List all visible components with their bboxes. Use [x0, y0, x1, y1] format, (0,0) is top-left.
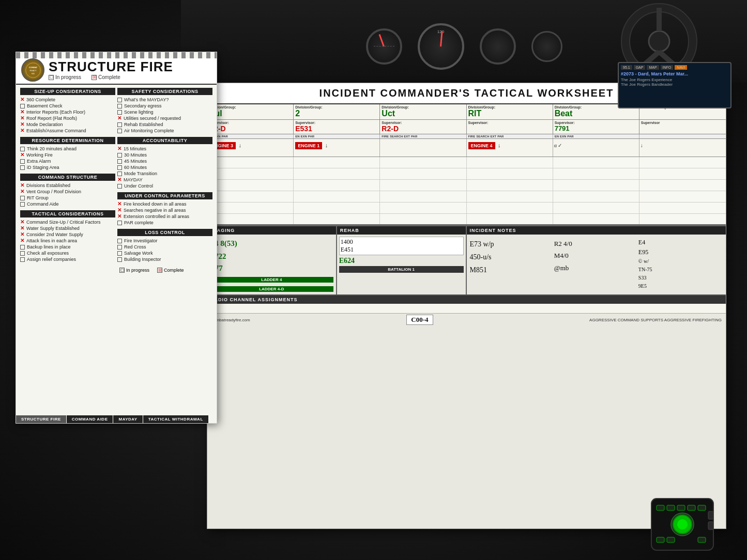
supervisor-row: Supervisor: R2-D Supervisor: E531 Superv…: [207, 120, 726, 134]
radio-channel-content: [207, 304, 726, 313]
item-basement: Basement Check: [20, 103, 115, 109]
tw-website: combatreadyfire.com: [211, 318, 250, 322]
bottom-panels: STAGING E4 8(53) E722 R77 LADDER 4 LADDE…: [207, 225, 726, 294]
svg-rect-21: [667, 537, 675, 542]
res-header-5: ENEXNPAR: [553, 134, 639, 138]
staging-units: E4 8(53) E722 R77 LADDER 4 LADDER 4-D: [207, 235, 336, 294]
bottom-status: ☐In progress ☒Complete: [117, 266, 212, 275]
engine-4-badge: ENGINE 4: [468, 142, 495, 149]
res-header-1: ENEXNPAR: [207, 134, 294, 138]
engine-row: ENGINE 3 ↓ ENGINE 1 ↓ ENGINE 4 ↓ α ✓ ↓: [207, 139, 726, 157]
staging-e4853: E4 8(53): [209, 237, 334, 251]
staging-r77: R77: [209, 262, 334, 274]
div-3-value: Uct: [382, 109, 464, 118]
rehab-battalion1: BATTALION 1: [339, 266, 464, 273]
tab-mayday[interactable]: MAYDAY: [113, 415, 142, 423]
engine-col-2: ENGINE 1 ↓: [294, 139, 380, 157]
sup-col-4: Supervisor:: [467, 120, 553, 134]
item-extra-alarm: Extra Alarm: [20, 158, 115, 164]
staging-e722: E722: [209, 251, 334, 262]
item-interior: ✕Interior Reports (Each Floor): [20, 109, 115, 115]
nav-subtitle2: The Joe Rogers Bandleader: [621, 82, 728, 87]
engine-col-1: ENGINE 3 ↓: [207, 139, 294, 157]
sup-col-2: Supervisor: E531: [294, 120, 380, 134]
svg-rect-17: [677, 505, 685, 510]
nav-title: #2073 - Dard, Mars Peter Mar...: [621, 71, 728, 76]
tab-command-aide[interactable]: COMMAND AIDE: [67, 415, 113, 423]
loss-control-title: LOSS CONTROL: [117, 229, 212, 236]
svg-rect-18: [688, 505, 695, 510]
tab-structure-fire[interactable]: STRUCTURE FIRE: [16, 415, 66, 423]
item-building-inspector: Building Inspector: [117, 256, 212, 262]
sup-col-6: Supervisor: [639, 120, 726, 134]
tactical-considerations-section: TACTICAL CONSIDERATIONS ✕Command Size-Up…: [20, 210, 115, 262]
item-roof: ✕Roof Report (Flat Roofs): [20, 115, 115, 121]
item-attack-lines: ✕Attack lines in each area: [20, 238, 115, 244]
staging-title: STAGING: [207, 226, 336, 235]
radio-device: [649, 496, 716, 555]
booklet-main-title: STRUCTURE FIRE: [49, 60, 173, 73]
sup-5-value: 7791: [555, 125, 637, 132]
svg-rect-22: [698, 537, 706, 542]
res-header-4: FIRESEARCHEXTPAR: [467, 134, 553, 138]
safety-section: SAFETY CONSIDERATIONS What's the MAYDAY?…: [117, 88, 212, 134]
status-complete: ☒ Complete: [92, 74, 120, 80]
div-col-4: Division/Group: RIT: [467, 104, 553, 119]
item-15min: ✕15 Minutes: [117, 146, 212, 152]
item-60min: 60 Minutes: [117, 164, 212, 170]
item-extension: ✕Extension controlled in all areas: [117, 213, 212, 220]
engine-col-5: α ✓: [553, 139, 639, 157]
tw-tagline: AGGRESSIVE COMMAND SUPPORTS AGGRESSIVE F…: [589, 318, 722, 322]
item-mayday-q: What's the MAYDAY?: [117, 97, 212, 103]
item-rit: RIT Group: [20, 195, 115, 201]
svg-text:READY: READY: [29, 69, 37, 71]
item-salvage: Salvage Work: [117, 250, 212, 256]
booklet-seal: COMBAT READY FIRE: [21, 58, 44, 82]
nav-screen-header: 95.1 GAP MAP INFO NAVI: [621, 65, 728, 70]
item-check-exposures: Check all exposures: [20, 250, 115, 256]
svg-rect-20: [657, 537, 664, 542]
tab-tactical-withdrawal[interactable]: TACTICAL WITHDRAWAL: [143, 415, 208, 423]
svg-point-14: [677, 519, 688, 530]
spiral-binding: [16, 52, 217, 58]
nav-screen: 95.1 GAP MAP INFO NAVI #2073 - Dard, Mar…: [618, 62, 731, 108]
item-command-aide: Command Aide: [20, 201, 115, 207]
res-header-2: ENEXNPAR: [294, 134, 380, 138]
item-2nd-water: ✕Consider 2nd Water Supply: [20, 231, 115, 238]
gauge-3: [480, 28, 516, 65]
tw-footer: combatreadyfire.com C00-4 AGGRESSIVE COM…: [207, 313, 726, 326]
rehab-title: REHAB: [337, 226, 466, 235]
item-under-control: Under Control: [117, 183, 212, 189]
staging-ladder4d: LADDER 4-D: [210, 286, 333, 292]
booklet-title-block: STRUCTURE FIRE ☐ In progress ☒ Complete: [49, 60, 173, 80]
item-divisions: ✕Divisions Established: [20, 182, 115, 189]
under-control-section: UNDER CONTROL PARAMETERS ✕Fire knocked d…: [117, 192, 212, 226]
item-assign-relief: Assign relief companies: [20, 256, 115, 262]
engine-col-4: ENGINE 4 ↓: [467, 139, 553, 157]
incident-notes-panel: INCIDENT NOTES E73 w/p 450-u/s M851 R2 4…: [467, 226, 726, 294]
rehab-panel: REHAB 1400 E451 E624 BATTALION 1: [337, 226, 467, 294]
item-working-fire: ✕Working Fire: [20, 152, 115, 158]
gauge-1: [366, 28, 402, 65]
div-col-1: Division/Group: Bul: [207, 104, 294, 119]
staging-panel: STAGING E4 8(53) E722 R77 LADDER 4 LADDE…: [207, 226, 337, 294]
size-up-section: SIZE-UP CONSIDERATIONS ✕360 Complete Bas…: [20, 88, 115, 134]
res-header-6: [639, 134, 726, 138]
notes-col-1: E73 w/p 450-u/s M851: [470, 238, 554, 290]
div-col-3: Division/Group: Uct: [380, 104, 466, 119]
notes-col-2: R2 4/0 M4/0 @mb: [554, 238, 638, 290]
resource-row-7: [207, 214, 726, 225]
item-mayday: ✕MAYDAY: [117, 177, 212, 183]
incident-notes-title: INCIDENT NOTES: [467, 226, 726, 235]
sup-col-5: Supervisor: 7791: [553, 120, 639, 134]
rehab-e624: E624: [339, 257, 464, 265]
nav-subtitle: The Joe Rogers Experience: [621, 77, 728, 82]
tw-code: C00-4: [406, 315, 433, 325]
item-360: ✕360 Complete: [20, 97, 115, 103]
item-scene-lighting: Scene lighting: [117, 109, 212, 115]
item-mode-transition: Mode Transition: [117, 170, 212, 177]
gauge-2-speed: 120: [418, 23, 464, 70]
svg-rect-16: [667, 505, 675, 510]
tactical-worksheet: INCIDENT COMMANDER'S TACTICAL WORKSHEET …: [207, 83, 726, 529]
engine-col-6: ↓: [639, 139, 726, 157]
